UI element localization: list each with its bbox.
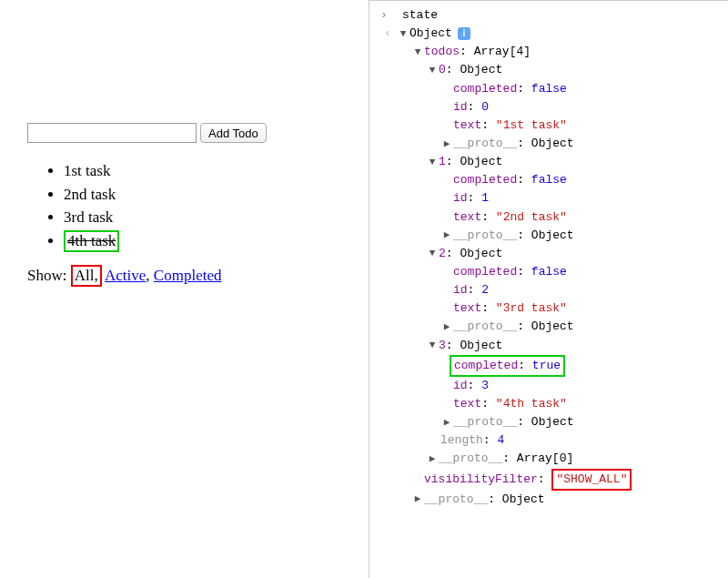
info-badge-icon[interactable]: i — [458, 27, 470, 40]
task-text: 3rd task — [64, 208, 113, 226]
tree-row[interactable]: id: 2 — [369, 281, 728, 299]
toggle-icon[interactable] — [428, 338, 437, 353]
filter-label: Show: — [27, 267, 66, 284]
tree-row[interactable]: completed: true — [369, 355, 728, 377]
list-item[interactable]: 1st task — [64, 159, 369, 183]
tree-row[interactable]: __proto__: Object — [369, 135, 728, 153]
tree-row[interactable]: __proto__: Object — [369, 318, 728, 336]
filter-active-link[interactable]: Active — [105, 267, 146, 284]
tree-row[interactable]: id: 1 — [369, 189, 728, 208]
tree-row[interactable]: 0: Object — [369, 61, 728, 79]
console-input-line[interactable]: › state — [369, 6, 728, 25]
toggle-icon[interactable] — [442, 319, 451, 335]
tree-row[interactable]: __proto__: Object — [369, 227, 728, 245]
console-prompt-icon: › — [380, 6, 391, 25]
tree-row[interactable]: completed: false — [369, 263, 728, 281]
list-item[interactable]: 2nd task — [64, 183, 369, 207]
devtools-pane: › state › Object i todos: Array[4] 0: Ob… — [369, 0, 728, 578]
list-item[interactable]: 3rd task — [64, 206, 369, 229]
todo-app: Add Todo 1st task 2nd task 3rd task 4th … — [0, 0, 369, 578]
filter-row: Show: All, Active, Completed — [27, 265, 369, 287]
tree-row[interactable]: completed: false — [369, 80, 728, 98]
tree-row[interactable]: text: "3rd task" — [369, 299, 728, 318]
completed-true-highlight: completed: true — [450, 355, 565, 377]
toggle-icon[interactable] — [399, 26, 408, 42]
tree-row[interactable]: __proto__: Object — [369, 491, 728, 509]
tree-row[interactable]: id: 0 — [369, 98, 728, 117]
toggle-icon[interactable] — [413, 45, 422, 60]
tree-row[interactable]: text: "1st task" — [369, 117, 728, 135]
toggle-icon[interactable] — [442, 228, 451, 243]
tree-row[interactable]: __proto__: Object — [369, 413, 728, 431]
visibility-filter-highlight: "SHOW_ALL" — [551, 469, 632, 491]
add-todo-button[interactable]: Add Todo — [200, 123, 267, 143]
tree-row[interactable]: completed: false — [369, 171, 728, 189]
toggle-icon[interactable] — [442, 137, 451, 152]
filter-completed-link[interactable]: Completed — [154, 267, 222, 284]
tree-row[interactable]: todos: Array[4] — [369, 43, 728, 61]
tree-row[interactable]: id: 3 — [369, 377, 728, 395]
toggle-icon[interactable] — [442, 415, 451, 431]
filter-all: All — [75, 267, 95, 284]
task-list: 1st task 2nd task 3rd task 4th task — [27, 159, 369, 252]
tree-row[interactable]: 3: Object — [369, 337, 728, 355]
tree-row[interactable]: 1: Object — [369, 153, 728, 171]
new-task-input[interactable] — [27, 123, 197, 143]
toggle-icon[interactable] — [428, 451, 437, 467]
console-output-root[interactable]: › Object i — [369, 25, 728, 43]
toggle-icon[interactable] — [428, 246, 437, 261]
toggle-icon[interactable] — [428, 63, 437, 78]
tree-row[interactable]: text: "4th task" — [369, 395, 728, 413]
tree-row[interactable]: __proto__: Array[0] — [369, 450, 728, 468]
filter-all-highlight: All, — [71, 265, 102, 287]
task-text: 1st task — [64, 162, 110, 179]
tree-row[interactable]: length: 4 — [369, 431, 728, 450]
console-input-text: state — [402, 6, 438, 25]
toggle-icon[interactable] — [413, 492, 422, 507]
tree-row[interactable]: text: "2nd task" — [369, 208, 728, 227]
list-item[interactable]: 4th task — [64, 229, 369, 253]
completed-task-highlight: 4th task — [64, 230, 119, 252]
task-text: 2nd task — [64, 186, 116, 203]
tree-row[interactable]: 2: Object — [369, 245, 728, 263]
console-return-icon: › — [380, 25, 391, 43]
add-todo-row: Add Todo — [27, 123, 369, 143]
toggle-icon[interactable] — [428, 155, 437, 170]
tree-row[interactable]: visibilityFilter: "SHOW_ALL" — [369, 469, 728, 491]
